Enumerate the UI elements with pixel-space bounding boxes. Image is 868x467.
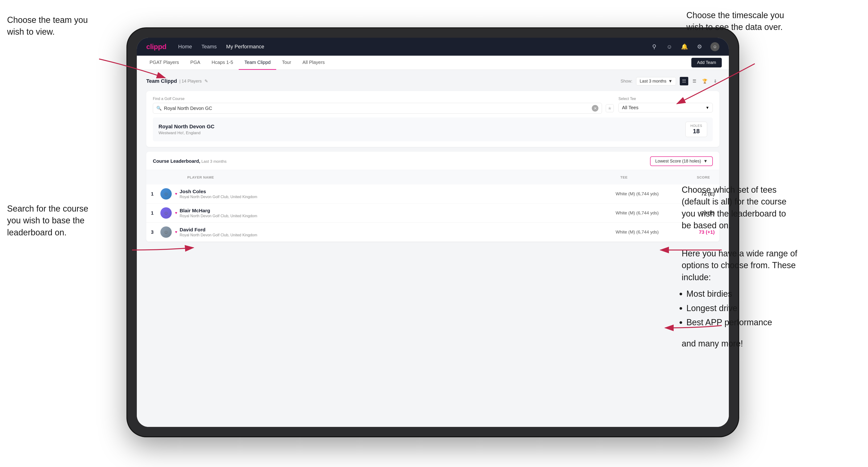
player-name-col-header: PLAYER NAME — [183, 173, 616, 182]
player-1-heart-icon: ♥ — [175, 192, 177, 196]
score-col-header: SCORE — [686, 173, 715, 182]
player-3-name: David Ford — [180, 227, 616, 232]
search-card-top: Find a Golf Course 🔍 Royal North Devon G… — [153, 97, 713, 114]
bullet-longest-drive: Longest drive — [686, 302, 818, 314]
player-1-avatar: ☺ — [160, 188, 172, 199]
leaderboard-header: Course Leaderboard, Last 3 months Lowest… — [146, 152, 719, 170]
player-1-name: Josh Coles — [180, 189, 616, 194]
nav-links: Home Teams My Performance — [178, 44, 638, 50]
team-header-right: Show: Last 3 months ▼ ☷ ☰ 🏆 ⇓ — [621, 77, 719, 85]
leaderboard-card: Course Leaderboard, Last 3 months Lowest… — [146, 152, 719, 242]
search-field-group: Find a Golf Course 🔍 Royal North Devon G… — [153, 97, 614, 114]
annotation-bottom-right: Here you have a wide range of options to… — [682, 248, 818, 350]
search-icon[interactable]: ⚲ — [650, 42, 658, 51]
tee-field-group: Select Tee All Tees ▼ — [618, 97, 713, 113]
sub-nav: PGAT Players PGA Hcaps 1-5 Team Clippd T… — [137, 56, 729, 70]
search-card: Find a Golf Course 🔍 Royal North Devon G… — [146, 91, 719, 147]
annotation-top-left: Choose the team you wish to view. — [7, 14, 97, 38]
annotation-middle-right: Choose which set of tees (default is all… — [682, 184, 814, 231]
nav-logo: clippd — [146, 43, 166, 51]
annotation-top-right: Choose the timescale you wish to see the… — [686, 9, 804, 33]
show-select[interactable]: Last 3 months ▼ — [636, 77, 676, 85]
player-2-tee: White (M) (6,744 yds) — [616, 210, 686, 216]
score-type-dropdown[interactable]: Lowest Score (18 holes) ▼ — [650, 156, 713, 166]
rank-col-header — [151, 173, 165, 182]
trophy-icon[interactable]: 🏆 — [701, 77, 709, 85]
subnav-pgat[interactable]: PGAT Players — [144, 56, 185, 70]
annotation-middle-left: Search for the course you wish to base t… — [7, 203, 106, 239]
select-tee-label: Select Tee — [618, 97, 713, 101]
player-3-avatar: ☺ — [160, 226, 172, 238]
team-header: Team Clippd | 14 Players ✎ Show: Last 3 … — [146, 77, 719, 85]
bullet-best-app: Best APP performance — [686, 316, 818, 328]
subnav-team-clippd[interactable]: Team Clippd — [239, 56, 276, 70]
course-result-location: Westward Ho!, England — [158, 131, 214, 135]
player-3-info: David Ford Royal North Devon Golf Club, … — [180, 227, 616, 237]
heart-col-header — [177, 173, 183, 182]
player-1-info: Josh Coles Royal North Devon Golf Club, … — [180, 189, 616, 199]
add-team-button[interactable]: Add Team — [691, 58, 722, 67]
and-more-text: and many more! — [682, 338, 818, 349]
options-bullet-list: Most birdies Longest drive Best APP perf… — [682, 288, 818, 328]
leaderboard-table-header: PLAYER NAME TEE SCORE — [146, 170, 719, 184]
nav-teams[interactable]: Teams — [202, 44, 217, 50]
person-icon[interactable]: ☺ — [665, 42, 674, 51]
subnav-pga[interactable]: PGA — [185, 56, 206, 70]
subnav-hcaps[interactable]: Hcaps 1-5 — [206, 56, 239, 70]
player-3-rank: 3 — [151, 229, 160, 235]
course-search-value: Royal North Devon GC — [164, 106, 589, 111]
avatar[interactable]: ☺ — [710, 42, 719, 51]
tee-select-value: All Tees — [622, 105, 703, 111]
player-3-club: Royal North Devon Golf Club, United King… — [180, 233, 616, 237]
avatar-col-header — [165, 173, 177, 182]
player-3-tee: White (M) (6,744 yds) — [616, 229, 686, 235]
table-row[interactable]: 3 ☺ ♥ David Ford Royal North Devon Golf … — [146, 223, 719, 242]
nav-bar: clippd Home Teams My Performance ⚲ ☺ 🔔 ⚙… — [137, 38, 729, 56]
nav-icons: ⚲ ☺ 🔔 ⚙ ☺ — [650, 42, 719, 51]
score-type-value: Lowest Score (18 holes) — [655, 159, 701, 164]
player-1-club: Royal North Devon Golf Club, United King… — [180, 195, 616, 199]
team-title: Team Clippd — [146, 78, 177, 84]
team-player-count: | 14 Players — [179, 79, 202, 84]
course-result-name: Royal North Devon GC — [158, 124, 214, 130]
search-star-button[interactable]: ★ — [606, 104, 614, 112]
player-2-heart-icon: ♥ — [175, 211, 177, 215]
nav-home[interactable]: Home — [178, 44, 192, 50]
search-magnifier-icon: 🔍 — [156, 106, 161, 111]
show-label: Show: — [621, 79, 632, 84]
nav-my-performance[interactable]: My Performance — [226, 44, 264, 50]
player-2-info: Blair McHarg Royal North Devon Golf Club… — [180, 208, 616, 218]
bullet-most-birdies: Most birdies — [686, 288, 818, 300]
player-2-club: Royal North Devon Golf Club, United King… — [180, 214, 616, 218]
leaderboard-title-group: Course Leaderboard, Last 3 months — [153, 158, 226, 164]
subnav-all-players[interactable]: All Players — [297, 56, 330, 70]
holes-box: Holes 18 — [685, 122, 707, 137]
tablet-screen: clippd Home Teams My Performance ⚲ ☺ 🔔 ⚙… — [137, 38, 729, 427]
player-3-heart-icon: ♥ — [175, 230, 177, 234]
list-view-icon[interactable]: ☰ — [690, 77, 699, 85]
subnav-tour[interactable]: Tour — [276, 56, 297, 70]
main-content: Team Clippd | 14 Players ✎ Show: Last 3 … — [137, 70, 729, 427]
search-clear-button[interactable]: ✕ — [592, 105, 598, 112]
tee-select-dropdown[interactable]: All Tees ▼ — [618, 103, 713, 113]
player-1-tee: White (M) (6,744 yds) — [616, 191, 686, 196]
leaderboard-title: Course Leaderboard, — [153, 158, 200, 164]
download-icon[interactable]: ⇓ — [711, 77, 719, 85]
bell-icon[interactable]: 🔔 — [680, 42, 689, 51]
table-row[interactable]: 1 ☺ ♥ Josh Coles Royal North Devon Golf … — [146, 184, 719, 204]
tee-col-header: TEE — [616, 173, 686, 182]
course-result[interactable]: Royal North Devon GC Westward Ho!, Engla… — [153, 118, 713, 141]
view-icons: ☷ ☰ 🏆 ⇓ — [680, 77, 719, 85]
tee-chevron-down-icon: ▼ — [706, 106, 709, 110]
player-2-avatar: ☺ — [160, 207, 172, 219]
settings-icon[interactable]: ⚙ — [695, 42, 704, 51]
course-search-input[interactable]: 🔍 Royal North Devon GC ✕ — [153, 103, 602, 114]
course-info: Royal North Devon GC Westward Ho!, Engla… — [158, 124, 214, 135]
table-row[interactable]: 1 ☺ ♥ Blair McHarg Royal North Devon Gol… — [146, 204, 719, 223]
grid-view-icon[interactable]: ☷ — [680, 77, 688, 85]
player-2-name: Blair McHarg — [180, 208, 616, 214]
find-golf-course-label: Find a Golf Course — [153, 97, 614, 101]
edit-team-icon[interactable]: ✎ — [205, 79, 208, 84]
player-2-rank: 1 — [151, 210, 160, 216]
tablet-frame: clippd Home Teams My Performance ⚲ ☺ 🔔 ⚙… — [127, 28, 738, 436]
